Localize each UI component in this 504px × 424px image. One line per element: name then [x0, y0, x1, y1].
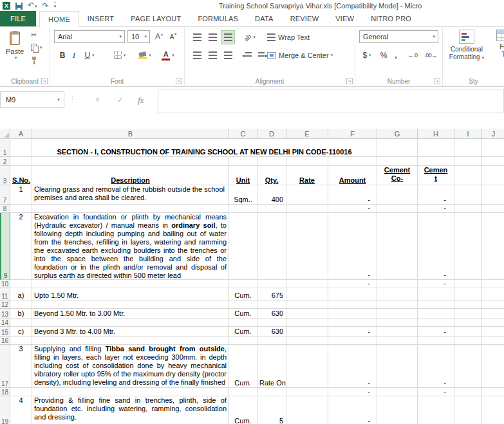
- cell-A10[interactable]: [10, 280, 32, 288]
- tab-view[interactable]: VIEW: [327, 11, 362, 26]
- col-header-D[interactable]: D: [257, 129, 286, 139]
- cell-F12[interactable]: [328, 300, 377, 309]
- align-right-button[interactable]: [221, 48, 235, 62]
- cell-D12[interactable]: [257, 300, 286, 309]
- cell-A16[interactable]: [10, 336, 32, 345]
- col-header-H[interactable]: H: [418, 129, 454, 139]
- col-header-I[interactable]: I: [454, 129, 482, 139]
- cell-J17[interactable]: [482, 345, 504, 388]
- cell-H19[interactable]: [418, 396, 454, 424]
- decrease-indent-button[interactable]: ◂: [239, 48, 254, 62]
- cell-E15[interactable]: [286, 327, 328, 336]
- cell-B15[interactable]: Beyond 3 Mtr. to 4.00 Mtr.: [32, 327, 229, 336]
- cell-G14[interactable]: [377, 318, 418, 327]
- row-header-11[interactable]: 11: [0, 288, 10, 300]
- cell-G13[interactable]: [377, 309, 418, 318]
- cell-B7[interactable]: Clearing grass and removal of the rubbis…: [32, 185, 229, 205]
- cell-E11[interactable]: [286, 288, 328, 300]
- cell-B12[interactable]: [32, 300, 229, 309]
- cell-G1[interactable]: [377, 139, 418, 157]
- borders-button[interactable]: ▾: [111, 48, 129, 62]
- cell-A13[interactable]: b): [10, 309, 32, 318]
- cell-D11[interactable]: 675: [257, 288, 286, 300]
- cell-I18[interactable]: [454, 388, 482, 396]
- clipboard-dialog-launcher[interactable]: ↘: [41, 78, 48, 84]
- cell-I1[interactable]: [454, 139, 482, 157]
- cell-J9[interactable]: [482, 213, 504, 280]
- cut-button[interactable]: ✂: [31, 30, 42, 40]
- cell-A9[interactable]: 2: [10, 213, 32, 280]
- cell-I14[interactable]: [454, 318, 482, 327]
- cell-C14[interactable]: [229, 318, 257, 327]
- cell-H13[interactable]: [418, 309, 454, 318]
- cell-B8[interactable]: [32, 205, 229, 213]
- alignment-dialog-launcher[interactable]: ↘: [346, 78, 353, 84]
- col-header-F[interactable]: F: [328, 129, 377, 139]
- align-top-button[interactable]: [190, 30, 204, 44]
- font-size-combo[interactable]: 10 ▾: [127, 30, 150, 43]
- cell-D3[interactable]: Qty.: [257, 166, 286, 185]
- cell-A11[interactable]: a): [10, 288, 32, 300]
- cell-J14[interactable]: [482, 318, 504, 327]
- cell-I2[interactable]: [454, 157, 482, 166]
- cell-F16[interactable]: [328, 336, 377, 345]
- cell-J7[interactable]: [482, 185, 504, 205]
- cell-C15[interactable]: Cum.: [229, 327, 257, 336]
- cell-H11[interactable]: [418, 288, 454, 300]
- cell-E13[interactable]: [286, 309, 328, 318]
- cell-B10[interactable]: [32, 280, 229, 288]
- cell-J16[interactable]: [482, 336, 504, 345]
- cell-J13[interactable]: [482, 309, 504, 318]
- cell-F11[interactable]: [328, 288, 377, 300]
- row-header-16[interactable]: 16: [0, 336, 10, 345]
- align-bottom-button[interactable]: [221, 30, 235, 44]
- cancel-button[interactable]: ×: [95, 95, 100, 104]
- cell-H3[interactable]: Cement: [418, 166, 454, 185]
- col-header-G[interactable]: G: [377, 129, 418, 139]
- row-header-14[interactable]: 14: [0, 318, 10, 327]
- cell-D14[interactable]: [257, 318, 286, 327]
- cell-H7[interactable]: -: [418, 185, 454, 205]
- cell-D10[interactable]: [257, 280, 286, 288]
- cell-I13[interactable]: [454, 309, 482, 318]
- cell-A12[interactable]: [10, 300, 32, 309]
- cell-G12[interactable]: [377, 300, 418, 309]
- cell-C2[interactable]: [229, 157, 257, 166]
- cell-H8[interactable]: -: [418, 205, 454, 213]
- cell-E10[interactable]: [286, 280, 328, 288]
- cell-B19[interactable]: Providing & filling fine sand in trenche…: [32, 396, 229, 424]
- save-icon[interactable]: [15, 3, 23, 10]
- cell-C9[interactable]: [229, 213, 257, 280]
- cell-B11[interactable]: Upto 1.50 Mtr.: [32, 288, 229, 300]
- cell-G3[interactable]: CementCo-: [377, 166, 418, 185]
- cell-B14[interactable]: [32, 318, 229, 327]
- cell-D2[interactable]: [257, 157, 286, 166]
- align-center-button[interactable]: [205, 48, 219, 62]
- cell-A1[interactable]: [10, 139, 32, 157]
- row-header-10[interactable]: 10: [0, 280, 10, 288]
- orientation-button[interactable]: ab▾: [240, 30, 259, 44]
- font-dialog-launcher[interactable]: ↘: [176, 78, 182, 84]
- cell-J10[interactable]: [482, 280, 504, 288]
- cell-J11[interactable]: [482, 288, 504, 300]
- cell-D8[interactable]: [257, 205, 286, 213]
- cell-C12[interactable]: [229, 300, 257, 309]
- copy-button[interactable]: ▾: [31, 42, 42, 53]
- cell-D18[interactable]: [257, 388, 286, 396]
- cell-E19[interactable]: [286, 396, 328, 424]
- col-header-C[interactable]: C: [229, 129, 257, 139]
- cell-D13[interactable]: 630: [257, 309, 286, 318]
- increase-decimal-button[interactable]: ←.0: [404, 48, 421, 62]
- fill-color-button[interactable]: ▾: [135, 48, 154, 62]
- cell-C7[interactable]: Sqm..: [229, 185, 257, 205]
- tab-file[interactable]: FILE: [0, 11, 36, 26]
- cell-C3[interactable]: Unit: [229, 166, 257, 185]
- cell-G10[interactable]: [377, 280, 418, 288]
- cell-A8[interactable]: [10, 205, 32, 213]
- paste-button[interactable]: Paste ▾: [2, 29, 28, 74]
- cell-E14[interactable]: [286, 318, 328, 327]
- number-format-combo[interactable]: General ▾: [359, 30, 438, 43]
- percent-style-button[interactable]: %: [378, 48, 389, 62]
- cell-J1[interactable]: [482, 139, 504, 157]
- cell-B16[interactable]: [32, 336, 229, 345]
